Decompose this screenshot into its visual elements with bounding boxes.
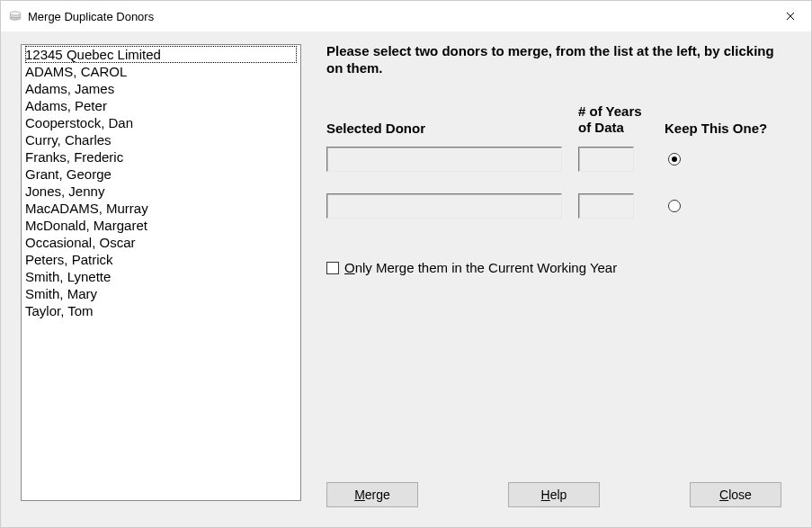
- titlebar-left: Merge Duplicate Donors: [8, 8, 154, 25]
- merge-button[interactable]: Merge: [326, 482, 418, 507]
- keep-radio-2[interactable]: [668, 200, 681, 212]
- selected-donor-row-1: [326, 147, 793, 172]
- donor-listbox[interactable]: 12345 Quebec LimitedADAMS, CAROLAdams, J…: [21, 44, 301, 501]
- list-item[interactable]: Adams, Peter: [25, 97, 297, 114]
- selected-donor-field-2: [326, 193, 562, 219]
- app-icon: [8, 8, 22, 25]
- merge-duplicate-donors-window: Merge Duplicate Donors 12345 Quebec Limi…: [0, 0, 812, 528]
- list-item[interactable]: Smith, Mary: [25, 285, 297, 302]
- help-button[interactable]: Help: [508, 482, 600, 507]
- list-item[interactable]: McDonald, Margaret: [25, 217, 297, 234]
- button-row: Merge Help Close: [326, 482, 793, 507]
- list-item[interactable]: Franks, Frederic: [25, 148, 297, 166]
- header-years-of-data: # of Years of Data: [578, 103, 665, 136]
- header-selected-donor: Selected Donor: [326, 121, 578, 136]
- selected-donor-field-1: [326, 147, 562, 172]
- list-item[interactable]: ADAMS, CAROL: [25, 63, 297, 80]
- list-item[interactable]: 12345 Quebec Limited: [25, 46, 297, 63]
- close-button[interactable]: Close: [690, 482, 781, 507]
- svg-point-2: [10, 11, 21, 14]
- header-keep-this-one: Keep This One?: [665, 121, 793, 136]
- dialog-body: 12345 Quebec LimitedADAMS, CAROLAdams, J…: [1, 31, 811, 527]
- columns-header: Selected Donor # of Years of Data Keep T…: [326, 103, 793, 136]
- list-item[interactable]: Occasional, Oscar: [25, 234, 297, 251]
- list-item[interactable]: Curry, Charles: [25, 131, 297, 148]
- years-field-2: [578, 193, 634, 219]
- only-merge-current-year-checkbox[interactable]: [326, 262, 339, 274]
- keep-radio-1[interactable]: [668, 153, 681, 166]
- window-title: Merge Duplicate Donors: [28, 10, 154, 23]
- list-item[interactable]: Peters, Patrick: [25, 251, 297, 268]
- right-pane: Please select two donors to merge, from …: [326, 44, 793, 509]
- list-item[interactable]: Taylor, Tom: [25, 302, 297, 319]
- list-item[interactable]: Adams, James: [25, 80, 297, 97]
- list-item[interactable]: Smith, Lynette: [25, 268, 297, 285]
- selected-donor-row-2: [326, 193, 793, 219]
- years-field-1: [578, 147, 634, 172]
- list-item[interactable]: Grant, George: [25, 166, 297, 183]
- titlebar: Merge Duplicate Donors: [1, 1, 811, 31]
- list-item[interactable]: Jones, Jenny: [25, 183, 297, 200]
- instruction-text: Please select two donors to merge, from …: [326, 42, 793, 76]
- list-item[interactable]: MacADAMS, Murray: [25, 200, 297, 217]
- window-close-button[interactable]: [770, 1, 811, 31]
- only-merge-current-year-row: Only Merge them in the Current Working Y…: [326, 260, 793, 275]
- only-merge-current-year-label: Only Merge them in the Current Working Y…: [344, 260, 617, 275]
- list-item[interactable]: Cooperstock, Dan: [25, 114, 297, 131]
- close-icon: [786, 9, 795, 23]
